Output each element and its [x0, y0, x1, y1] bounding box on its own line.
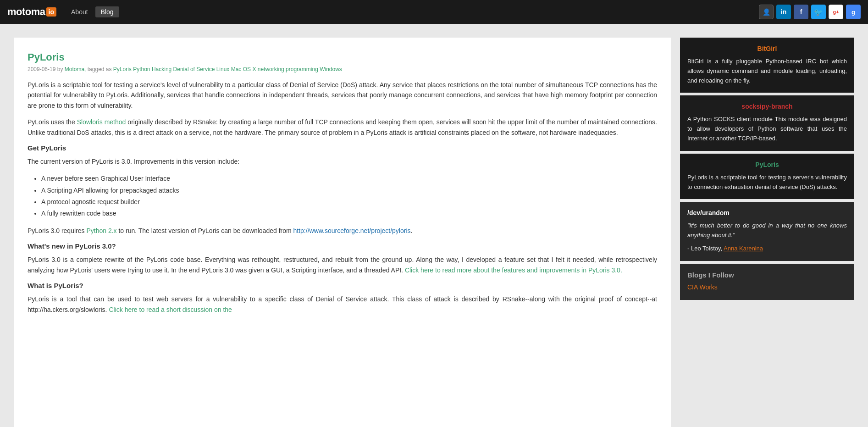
sidebar-bitgirl-title: BitGirl	[687, 45, 847, 52]
section3-title: What is PyLoris?	[28, 282, 657, 289]
section1-list: A never before seen Graphical User Inter…	[41, 173, 657, 219]
tag-linux[interactable]: Linux	[216, 66, 230, 72]
tag-osx[interactable]: OS X	[243, 66, 256, 72]
pyloris30-link[interactable]: Click here to read more about the featur…	[405, 266, 622, 274]
sidebar-devurandom-title: /dev/urandom	[687, 209, 847, 216]
sidebar-socksipy-title: socksipy-branch	[687, 103, 847, 110]
sidebar: BitGirl BitGirl is a fully pluggable Pyt…	[680, 38, 854, 427]
article-body: PyLoris is a scriptable tool for testing…	[28, 80, 657, 315]
main-layout: PyLoris 2009-06-19 by Motoma, tagged as …	[0, 24, 868, 427]
header: motoma io About Blog 👤 in f 🐦 g+ g	[0, 0, 868, 24]
quote-author-name: - Leo Tolstoy,	[687, 245, 722, 252]
section1-intro: The current version of PyLoris is 3.0. I…	[28, 156, 657, 166]
tag-dos[interactable]: Denial of Service	[173, 66, 215, 72]
article-date: 2009-06-19	[28, 66, 55, 72]
slowloris-discussion-link[interactable]: Click here to read a short discussion on…	[109, 306, 232, 313]
sidebar-devurandom-quote: "It's much better to do good in a way th…	[687, 221, 847, 240]
tag-windows[interactable]: Windows	[320, 66, 342, 72]
tag-programming[interactable]: programming	[286, 66, 318, 72]
social-icon-google[interactable]: g	[846, 5, 861, 19]
list-item-2: A Scripting API allowing for prepackaged…	[41, 185, 657, 196]
blogs-follow-section: Blogs I Follow CIA Works	[680, 264, 854, 300]
social-icon-user[interactable]: 👤	[759, 5, 774, 19]
article-by: by	[57, 66, 65, 72]
sidebar-bitgirl-body: BitGirl is a fully pluggable Python-base…	[687, 57, 847, 85]
anna-karenina-link[interactable]: Anna Karenina	[724, 245, 763, 252]
article-meta: 2009-06-19 by Motoma, tagged as PyLoris …	[28, 66, 657, 72]
python2x-link[interactable]: Python 2.x	[86, 227, 116, 234]
nav-about[interactable]: About	[66, 6, 94, 17]
tag-networking[interactable]: networking	[258, 66, 284, 72]
cia-works-link[interactable]: CIA Works	[687, 283, 847, 291]
tag-pyloris[interactable]: PyLoris	[113, 66, 132, 72]
logo[interactable]: motoma io	[7, 6, 56, 18]
section1-footer: PyLoris 3.0 requires Python 2.x to run. …	[28, 226, 657, 236]
sidebar-pyloris-body: PyLoris is a scriptable tool for testing…	[687, 173, 847, 192]
tag-mac[interactable]: Mac	[231, 66, 242, 72]
article-title: PyLoris	[28, 51, 657, 63]
logo-text: motoma	[7, 6, 45, 18]
sidebar-devurandom-author: - Leo Tolstoy, Anna Karenina	[687, 244, 847, 254]
para-2: PyLoris uses the Slowloris method origin…	[28, 117, 657, 138]
sidebar-pyloris-title: PyLoris	[687, 161, 847, 168]
sidebar-bitgirl: BitGirl BitGirl is a fully pluggable Pyt…	[680, 38, 854, 93]
section3-body: PyLoris is a tool that can be used to te…	[28, 294, 657, 315]
social-icons-bar: 👤 in f 🐦 g+ g	[759, 5, 861, 19]
main-nav: About Blog	[66, 6, 119, 17]
sidebar-socksipy-body: A Python SOCKS client module This module…	[687, 115, 847, 143]
para-1: PyLoris is a scriptable tool for testing…	[28, 80, 657, 111]
sidebar-pyloris: PyLoris PyLoris is a scriptable tool for…	[680, 154, 854, 200]
tag-python[interactable]: Python	[133, 66, 150, 72]
list-item-4: A fully rewritten code base	[41, 208, 657, 219]
social-icon-facebook[interactable]: f	[794, 5, 808, 19]
sidebar-devurandom: /dev/urandom "It's much better to do goo…	[680, 202, 854, 261]
section2-body: PyLoris 3.0 is a complete rewrite of the…	[28, 255, 657, 275]
nav-blog[interactable]: Blog	[95, 6, 119, 17]
list-item-3: A protocol agnostic request builder	[41, 196, 657, 208]
social-icon-linkedin[interactable]: in	[776, 5, 791, 19]
sourceforge-link[interactable]: http://www.sourceforge.net/project/pylor…	[293, 227, 411, 234]
article-author[interactable]: Motoma,	[65, 66, 86, 72]
list-item-1: A never before seen Graphical User Inter…	[41, 173, 657, 184]
section1-title: Get PyLoris	[28, 144, 657, 152]
article-tagged: tagged as	[88, 66, 113, 72]
blogs-follow-title: Blogs I Follow	[687, 271, 847, 279]
tag-hacking[interactable]: Hacking	[152, 66, 171, 72]
article-tags: PyLoris Python Hacking Denial of Service…	[113, 66, 342, 72]
slowloris-link[interactable]: Slowloris method	[77, 118, 126, 126]
sidebar-socksipy: socksipy-branch A Python SOCKS client mo…	[680, 95, 854, 150]
social-icon-googleplus[interactable]: g+	[829, 5, 843, 19]
logo-badge: io	[46, 7, 56, 17]
article-content: PyLoris 2009-06-19 by Motoma, tagged as …	[14, 38, 671, 427]
section2-title: What's new in PyLoris 3.0?	[28, 242, 657, 250]
social-icon-twitter[interactable]: 🐦	[811, 5, 826, 19]
